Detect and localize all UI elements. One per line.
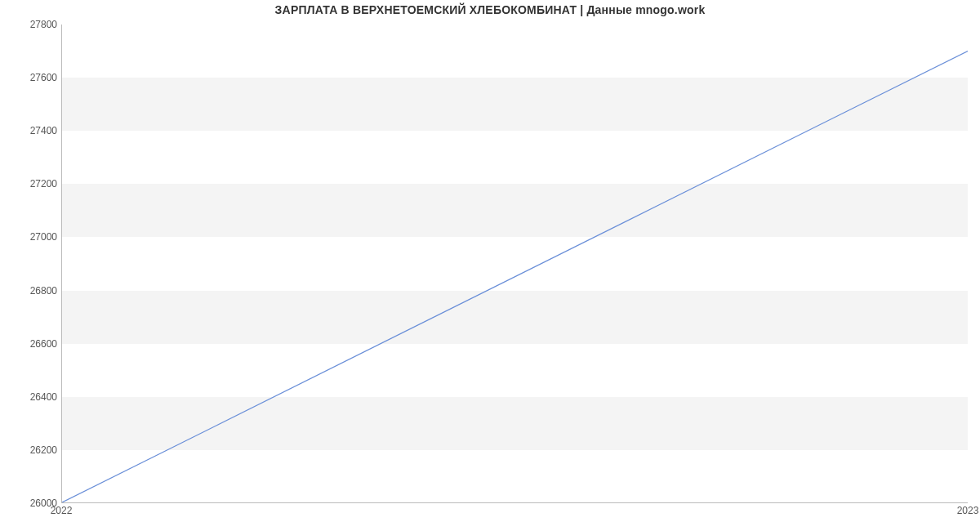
y-tick-label: 27600 bbox=[8, 72, 57, 83]
grid-band bbox=[62, 291, 968, 344]
y-tick-label: 27000 bbox=[8, 231, 57, 243]
y-tick-label: 27800 bbox=[8, 19, 57, 30]
line-chart: ЗАРПЛАТА В ВЕРХНЕТОЕМСКИЙ ХЛЕБОКОМБИНАТ … bbox=[0, 0, 980, 531]
grid-band bbox=[62, 184, 968, 237]
y-tick-label: 26400 bbox=[8, 391, 57, 403]
plot-area bbox=[61, 25, 968, 503]
x-tick-label: 2022 bbox=[51, 505, 73, 516]
grid-band bbox=[62, 78, 968, 131]
y-tick-label: 26600 bbox=[8, 338, 57, 350]
y-tick-label: 27400 bbox=[8, 125, 57, 136]
y-tick-label: 27200 bbox=[8, 178, 57, 190]
y-tick-label: 26800 bbox=[8, 285, 57, 297]
grid-band bbox=[62, 397, 968, 450]
x-tick-label: 2023 bbox=[957, 505, 979, 516]
y-tick-label: 26200 bbox=[8, 444, 57, 456]
chart-title: ЗАРПЛАТА В ВЕРХНЕТОЕМСКИЙ ХЛЕБОКОМБИНАТ … bbox=[0, 3, 980, 16]
